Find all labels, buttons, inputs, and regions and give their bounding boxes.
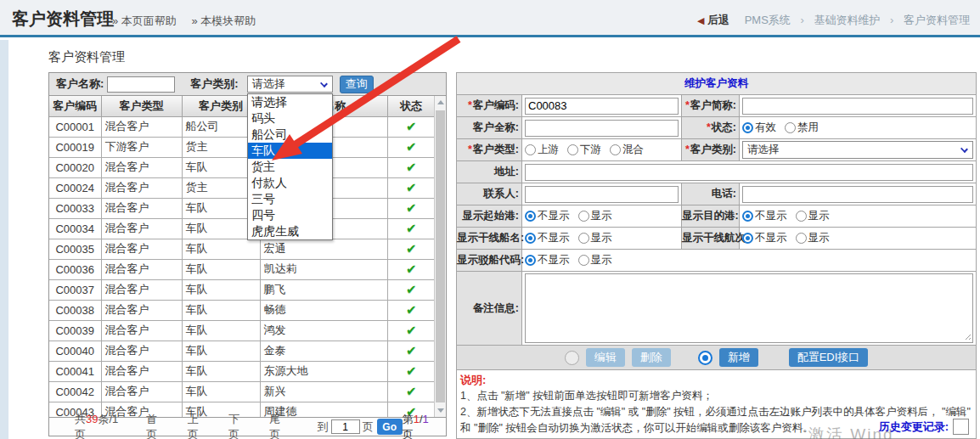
category-label: *客户类别:	[682, 139, 740, 161]
show-vessel-no-radio[interactable]	[525, 233, 536, 244]
phone-input[interactable]	[742, 186, 973, 203]
maintain-customer-panel: 维护客户资料 *客户编码: *客户简称: 客户全称: *状态: 有效 禁用 *客…	[456, 72, 976, 436]
page-number-input[interactable]	[331, 419, 360, 434]
edi-config-button[interactable]: 配置EDI接口	[789, 348, 869, 367]
breadcrumb-item-current: 客户资料管理	[904, 14, 970, 26]
col-code: 客户编码	[49, 96, 101, 116]
goto-label: 到	[318, 419, 329, 435]
customer-name-input[interactable]	[107, 76, 175, 93]
dropdown-option[interactable]: 三号	[248, 191, 332, 207]
add-button[interactable]: 新增	[719, 348, 758, 367]
dropdown-option[interactable]: 船公司	[248, 127, 332, 143]
table-row[interactable]: C00035混合客户车队宏通✔	[49, 239, 434, 259]
customer-category-label: 客户类别:	[190, 76, 238, 92]
cell-code: C00020	[49, 157, 101, 177]
dropdown-option[interactable]: 码头	[248, 110, 332, 127]
scroll-up-icon	[437, 100, 444, 104]
edit-button[interactable]: 编辑	[586, 348, 625, 367]
history-checkbox[interactable]	[953, 419, 969, 435]
status-active-radio[interactable]	[742, 122, 753, 133]
cell-status: ✔	[387, 341, 434, 361]
active-check-icon: ✔	[406, 221, 417, 235]
table-row[interactable]: C00036混合客户车队凯达莉✔	[49, 259, 434, 279]
module-help-link[interactable]: » 本模块帮助	[191, 14, 256, 27]
scrollbar-thumb[interactable]	[436, 110, 445, 402]
table-scrollbar[interactable]	[434, 96, 446, 417]
table-row[interactable]: C00042混合客户车队新兴✔	[49, 381, 434, 402]
current-page-indicator: 第1/1页	[403, 412, 437, 439]
table-row[interactable]: C00033混合客户车队✔	[49, 198, 434, 218]
table-row[interactable]: C00038混合客户车队畅德✔	[49, 300, 434, 320]
table-row[interactable]: C00024混合客户货主蓝11✔	[49, 177, 434, 198]
cell-status: ✔	[387, 218, 434, 239]
remarks-textarea[interactable]	[525, 273, 973, 343]
show-origin-no-radio[interactable]	[525, 211, 536, 222]
cell-type: 混合客户	[101, 381, 182, 402]
cell-type: 混合客户	[101, 116, 182, 137]
address-input[interactable]	[525, 164, 973, 181]
cell-status: ✔	[387, 177, 434, 198]
scroll-up-button[interactable]	[435, 96, 446, 109]
cell-status: ✔	[387, 300, 434, 320]
page-help-link[interactable]: » 本页面帮助	[112, 14, 177, 27]
code-input[interactable]	[525, 98, 679, 115]
show-voyage-no-radio[interactable]	[742, 233, 753, 244]
type-upstream-radio[interactable]	[525, 144, 536, 155]
dropdown-option[interactable]: 请选择	[248, 94, 332, 110]
chevron-down-icon	[960, 145, 968, 153]
go-button[interactable]: Go	[377, 419, 403, 435]
status-disabled-radio[interactable]	[785, 122, 796, 133]
cell-type: 混合客户	[101, 361, 182, 381]
show-barge-yes-radio[interactable]	[578, 255, 589, 266]
table-row[interactable]: C00001混合客户船公司✔	[49, 116, 434, 137]
next-page-link[interactable]: 下页	[228, 412, 249, 439]
cell-code: C00033	[49, 198, 101, 218]
contact-input[interactable]	[525, 186, 679, 203]
first-page-link[interactable]: 首页	[146, 412, 166, 439]
table-row[interactable]: C00040混合客户车队金泰✔	[49, 341, 434, 361]
prev-page-link[interactable]: 上页	[188, 412, 208, 439]
cell-code: C00034	[49, 218, 101, 239]
type-mixed-radio[interactable]	[610, 144, 621, 155]
customer-category-select[interactable]: 请选择	[247, 76, 333, 93]
dropdown-option[interactable]: 车队	[248, 143, 332, 159]
short-name-label: *客户简称:	[682, 95, 740, 117]
show-origin-yes-radio[interactable]	[578, 211, 589, 222]
dropdown-option[interactable]: 付款人	[248, 175, 332, 191]
breadcrumb-item-base[interactable]: 基础资料维护	[814, 14, 880, 26]
cell-code: C00038	[49, 300, 101, 320]
edit-mode-radio[interactable]	[565, 351, 579, 365]
delete-button[interactable]: 删除	[632, 348, 671, 367]
active-check-icon: ✔	[406, 343, 417, 357]
full-name-input[interactable]	[525, 120, 679, 137]
notes-area: 说明: 1、点击 "新增" 按钮前面单选按钮即可新增客户资料； 2、新增状态下无…	[457, 370, 977, 439]
show-dest-yes-radio[interactable]	[796, 211, 807, 222]
dropdown-option[interactable]: 虎虎生威	[248, 223, 332, 239]
last-page-link[interactable]: 尾页	[269, 412, 290, 439]
table-row[interactable]: C00020混合客户车队5✔	[49, 157, 434, 177]
show-voyage-yes-radio[interactable]	[796, 233, 807, 244]
breadcrumb-item-system[interactable]: PMS系统	[745, 14, 791, 26]
type-downstream-radio[interactable]	[567, 144, 578, 155]
show-vessel-yes-radio[interactable]	[578, 233, 589, 244]
category-form-select[interactable]: 请选择	[742, 141, 973, 159]
show-barge-no-radio[interactable]	[525, 255, 536, 266]
add-mode-radio[interactable]	[698, 351, 712, 365]
cell-type: 混合客户	[101, 300, 182, 320]
table-row[interactable]: C00039混合客户车队鸿发✔	[49, 320, 434, 341]
table-row[interactable]: C00041混合客户车队东源大地✔	[49, 361, 434, 381]
back-button[interactable]: 后退	[707, 14, 729, 26]
query-button[interactable]: 查询	[340, 76, 374, 93]
dropdown-option[interactable]: 四号	[248, 207, 332, 223]
total-records: 共39条/1页	[75, 412, 126, 439]
table-row[interactable]: C00019下游客户货主✔	[49, 137, 434, 157]
short-name-input[interactable]	[742, 98, 973, 115]
contact-label: 联系人:	[457, 183, 522, 205]
cell-category: 车队	[182, 341, 260, 361]
table-row[interactable]: C00034混合客户车队泓骏✔	[49, 218, 434, 239]
dropdown-option[interactable]: 货主	[248, 159, 332, 175]
show-dest-no-radio[interactable]	[742, 211, 753, 222]
panel-title: 维护客户资料	[457, 73, 977, 95]
table-row[interactable]: C00037混合客户车队鹏飞✔	[49, 279, 434, 300]
cell-category: 车队	[182, 239, 260, 259]
